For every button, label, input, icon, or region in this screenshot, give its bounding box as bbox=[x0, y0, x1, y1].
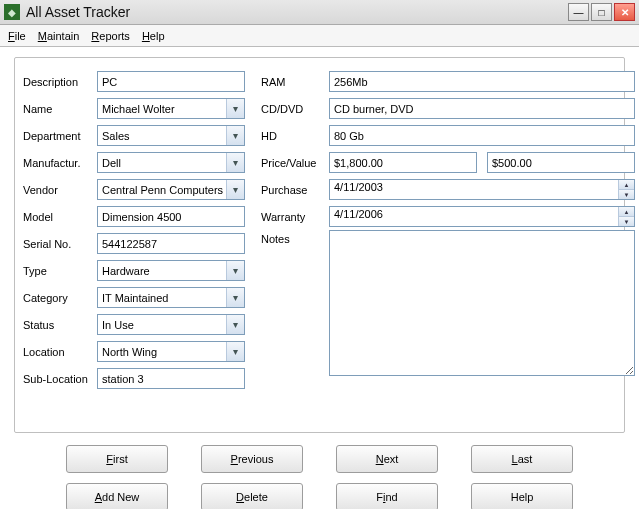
add-new-button[interactable]: Add New bbox=[66, 483, 168, 509]
minimize-button[interactable]: — bbox=[568, 3, 589, 21]
menu-file[interactable]: File bbox=[8, 30, 26, 42]
help-button[interactable]: Help bbox=[471, 483, 573, 509]
right-column: RAM CD/DVD HD Price/Value Purchase4/11/2… bbox=[261, 68, 635, 422]
warranty-date[interactable]: 4/11/2006▲▼ bbox=[329, 206, 635, 227]
purchase-spin[interactable]: ▲▼ bbox=[618, 180, 634, 199]
label-vendor: Vendor bbox=[23, 184, 97, 196]
label-price: Price/Value bbox=[261, 157, 329, 169]
name-value: Michael Wolter bbox=[102, 103, 175, 115]
purchase-value: 4/11/2003 bbox=[334, 181, 383, 193]
department-combo[interactable]: Sales bbox=[97, 125, 245, 146]
find-button[interactable]: Find bbox=[336, 483, 438, 509]
previous-button[interactable]: Previous bbox=[201, 445, 303, 473]
menu-help[interactable]: Help bbox=[142, 30, 165, 42]
location-combo[interactable]: North Wing bbox=[97, 341, 245, 362]
name-combo[interactable]: Michael Wolter bbox=[97, 98, 245, 119]
label-ram: RAM bbox=[261, 76, 329, 88]
cddvd-field[interactable] bbox=[329, 98, 635, 119]
label-sublocation: Sub-Location bbox=[23, 373, 97, 385]
ram-field[interactable] bbox=[329, 71, 635, 92]
left-column: Description NameMichael Wolter Departmen… bbox=[23, 68, 245, 422]
serial-field[interactable] bbox=[97, 233, 245, 254]
label-serial: Serial No. bbox=[23, 238, 97, 250]
type-combo[interactable]: Hardware bbox=[97, 260, 245, 281]
menu-bar: File Maintain Reports Help bbox=[0, 25, 639, 47]
label-department: Department bbox=[23, 130, 97, 142]
app-icon: ◆ bbox=[4, 4, 20, 20]
warranty-value: 4/11/2006 bbox=[334, 208, 383, 220]
group-box: Description NameMichael Wolter Departmen… bbox=[14, 57, 625, 433]
status-value: In Use bbox=[102, 319, 134, 331]
hd-field[interactable] bbox=[329, 125, 635, 146]
description-field[interactable] bbox=[97, 71, 245, 92]
vendor-value: Central Penn Computers bbox=[102, 184, 223, 196]
spin-up-icon: ▲ bbox=[618, 180, 634, 190]
window-title: All Asset Tracker bbox=[26, 4, 566, 20]
maximize-button[interactable]: □ bbox=[591, 3, 612, 21]
manufacturer-value: Dell bbox=[102, 157, 121, 169]
department-value: Sales bbox=[102, 130, 130, 142]
form-area: Description NameMichael Wolter Departmen… bbox=[0, 47, 639, 439]
label-purchase: Purchase bbox=[261, 184, 329, 196]
category-combo[interactable]: IT Maintained bbox=[97, 287, 245, 308]
price-field[interactable] bbox=[329, 152, 477, 173]
label-hd: HD bbox=[261, 130, 329, 142]
type-value: Hardware bbox=[102, 265, 150, 277]
label-location: Location bbox=[23, 346, 97, 358]
label-category: Category bbox=[23, 292, 97, 304]
location-value: North Wing bbox=[102, 346, 157, 358]
label-cddvd: CD/DVD bbox=[261, 103, 329, 115]
spin-down-icon: ▼ bbox=[618, 190, 634, 199]
category-value: IT Maintained bbox=[102, 292, 168, 304]
label-name: Name bbox=[23, 103, 97, 115]
first-button[interactable]: First bbox=[66, 445, 168, 473]
label-status: Status bbox=[23, 319, 97, 331]
close-button[interactable]: ✕ bbox=[614, 3, 635, 21]
menu-maintain[interactable]: Maintain bbox=[38, 30, 80, 42]
purchase-date[interactable]: 4/11/2003▲▼ bbox=[329, 179, 635, 200]
warranty-spin[interactable]: ▲▼ bbox=[618, 207, 634, 226]
label-notes: Notes bbox=[261, 230, 329, 245]
value-field[interactable] bbox=[487, 152, 635, 173]
sublocation-field[interactable] bbox=[97, 368, 245, 389]
label-model: Model bbox=[23, 211, 97, 223]
spin-up-icon: ▲ bbox=[618, 207, 634, 217]
next-button[interactable]: Next bbox=[336, 445, 438, 473]
button-area: First Previous Next Last Add New Delete … bbox=[0, 439, 639, 509]
label-manufacturer: Manufactur. bbox=[23, 157, 97, 169]
label-description: Description bbox=[23, 76, 97, 88]
notes-field[interactable] bbox=[329, 230, 635, 376]
status-combo[interactable]: In Use bbox=[97, 314, 245, 335]
label-type: Type bbox=[23, 265, 97, 277]
menu-reports[interactable]: Reports bbox=[91, 30, 130, 42]
last-button[interactable]: Last bbox=[471, 445, 573, 473]
manufacturer-combo[interactable]: Dell bbox=[97, 152, 245, 173]
delete-button[interactable]: Delete bbox=[201, 483, 303, 509]
title-bar: ◆ All Asset Tracker — □ ✕ bbox=[0, 0, 639, 25]
model-field[interactable] bbox=[97, 206, 245, 227]
vendor-combo[interactable]: Central Penn Computers bbox=[97, 179, 245, 200]
label-warranty: Warranty bbox=[261, 211, 329, 223]
spin-down-icon: ▼ bbox=[618, 217, 634, 226]
